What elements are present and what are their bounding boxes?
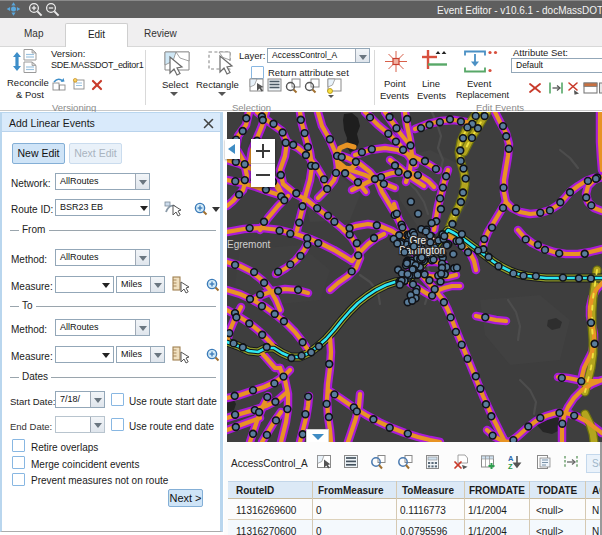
svg-text:Egremont: Egremont	[227, 239, 271, 250]
svg-text:Z: Z	[508, 462, 513, 471]
